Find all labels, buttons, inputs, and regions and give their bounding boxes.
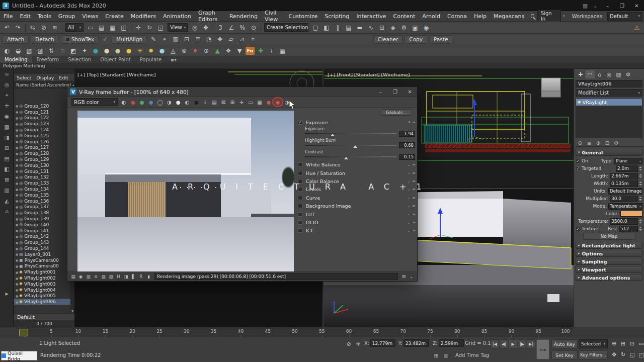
zoom-region-icon[interactable]: ▭ <box>637 339 644 348</box>
bind-to-spacewarp-icon[interactable]: ≋ <box>50 23 60 32</box>
toolbar3-tool-icon[interactable]: ⇅ <box>46 46 56 55</box>
res--checkbox[interactable]: ✓ <box>576 227 580 231</box>
collapse-chevron-icon[interactable]: ⌄ <box>407 212 410 216</box>
explorer-item-physcamera00[interactable]: ●▣PhysCamera00 <box>14 257 74 263</box>
showtex-checkbox[interactable] <box>65 37 70 42</box>
spinner-arrows[interactable] <box>638 226 642 232</box>
section-levels-checkbox[interactable] <box>298 187 302 192</box>
section-menu-icon[interactable]: ≡ <box>412 228 415 233</box>
section-menu-icon[interactable]: ≡ <box>412 179 415 184</box>
section-hue-saturation[interactable]: Hue / Saturation⌄≡ <box>298 169 415 176</box>
explorer-item-group_138[interactable]: ●◎Group_138 <box>14 210 74 216</box>
section-color-balance-checkbox[interactable] <box>298 179 302 184</box>
explorer-item-group_129[interactable]: ●◎Group_129 <box>14 156 74 162</box>
search-icon[interactable] <box>531 14 534 18</box>
explorer-column-header[interactable]: Name (Sorted Ascending)▴ <box>14 81 74 88</box>
slider-marker[interactable] <box>331 134 335 136</box>
play-button[interactable]: ▶ <box>509 339 517 348</box>
explorer-item-group_120[interactable]: ●◎Group_120 <box>14 103 74 109</box>
section-ocio-checkbox[interactable] <box>298 220 302 225</box>
explorer-item-group_143[interactable]: ●◎Group_143 <box>14 239 74 245</box>
orbit-icon[interactable]: ↻ <box>619 350 627 359</box>
curve-editor-icon[interactable]: ∿ <box>366 23 376 32</box>
rollout-sampling[interactable]: ▸Sampling <box>576 258 642 265</box>
section-lut-checkbox[interactable] <box>298 212 302 217</box>
remove-modifier-icon[interactable]: ⊟ <box>603 139 612 146</box>
visibility-dot-icon[interactable]: ● <box>16 110 18 114</box>
schematic-view-icon[interactable]: ⊞ <box>377 23 387 32</box>
slider-value[interactable]: 0.68 <box>399 142 415 148</box>
duplicate-buffer-icon[interactable]: ⊞ <box>228 98 237 106</box>
visibility-dot-icon[interactable]: ● <box>16 229 18 232</box>
toolbar2-tool-icon[interactable]: ▱ <box>226 35 236 44</box>
zoom-extents-icon[interactable]: ⊡ <box>628 339 636 348</box>
visibility-dot-icon[interactable]: ● <box>16 270 18 274</box>
ribbon-tab-object-paint[interactable]: Object Paint <box>96 56 135 63</box>
minimize-button[interactable]: – <box>600 0 615 11</box>
explorer-tool-icon[interactable]: ⊠ <box>0 174 14 185</box>
res--field[interactable]: 512 <box>619 226 638 232</box>
blue-channel-toggle[interactable]: ● <box>146 98 155 106</box>
visibility-dot-icon[interactable]: ● <box>16 146 18 149</box>
rollout-viewport[interactable]: ▸Viewport <box>576 266 642 273</box>
rollout-general[interactable]: ▾General <box>576 149 642 156</box>
help-menu-icon[interactable]: ▦ <box>580 0 590 11</box>
section-icc-checkbox[interactable] <box>298 228 302 233</box>
coordinate-input[interactable]: 2.599m <box>439 339 464 347</box>
visibility-dot-icon[interactable]: ● <box>16 277 18 280</box>
use-center-icon[interactable]: ◎ <box>190 23 200 32</box>
sign-in-arrow-icon[interactable]: ▾ <box>563 14 565 18</box>
slider-value[interactable]: -1.94 <box>399 131 415 137</box>
explorer-item-group_127[interactable]: ●◎Group_127 <box>14 145 74 151</box>
explorer-item-layer0_001[interactable]: ●▤Layer0_001 <box>14 251 74 257</box>
visibility-dot-icon[interactable]: ● <box>16 258 18 262</box>
toolbar2-tool-icon[interactable]: ⌗ <box>248 35 258 44</box>
vfb-close-button[interactable]: ✕ <box>403 86 417 98</box>
hierarchy-panel-tab[interactable]: ⌂ <box>595 70 604 78</box>
region-render-icon[interactable]: ▭ <box>246 98 255 106</box>
toolbar3-tool-icon[interactable]: ◐ <box>2 46 12 55</box>
explorer-tool-icon[interactable]: ✛ <box>0 101 14 111</box>
toolbar3-tool-icon[interactable]: ◩ <box>68 46 78 55</box>
menu-item-help[interactable]: Help <box>470 11 490 22</box>
white-level-icon[interactable]: ● <box>174 98 183 106</box>
section-white-balance[interactable]: White Balance⌄≡ <box>298 161 415 168</box>
tree-icon[interactable]: ▲ <box>212 46 222 55</box>
length--field[interactable]: 2.667m <box>610 173 638 179</box>
rollout-options[interactable]: ▸Options <box>576 250 642 257</box>
section-curve-checkbox[interactable] <box>298 196 302 200</box>
explorer-range-bar[interactable]: 0 / 100 <box>14 320 74 327</box>
vfb-minimize-button[interactable]: – <box>373 86 388 98</box>
go-to-start-button[interactable]: |◀ <box>491 339 499 348</box>
half-level-icon[interactable]: ◐ <box>183 98 192 106</box>
toolbar2-tool-icon[interactable]: ✎ <box>148 35 158 44</box>
vfb-expand-icon[interactable]: ⌄ <box>408 273 415 280</box>
menu-item-views[interactable]: Views <box>78 11 102 22</box>
visibility-dot-icon[interactable]: ● <box>16 217 18 221</box>
spinner-arrows[interactable] <box>638 218 642 225</box>
quixel-bridge-button[interactable]: Quixel Bridg <box>1 351 37 360</box>
select-object-icon[interactable]: ▭ <box>86 23 96 32</box>
layer-manager-icon[interactable]: ▤ <box>344 23 354 32</box>
exposure-section[interactable]: ✓Exposure▾≡ <box>298 119 415 126</box>
visibility-dot-icon[interactable]: ● <box>16 163 18 167</box>
section-color-balance[interactable]: Color Balance⌄≡ <box>298 178 415 185</box>
menu-item-create[interactable]: Create <box>102 11 127 22</box>
ribbon-tab-modeling[interactable]: Modeling <box>0 56 32 63</box>
spinner-arrows[interactable] <box>638 196 642 202</box>
section-hue-saturation-checkbox[interactable] <box>298 171 302 175</box>
pin-stack-icon[interactable]: ⊙ <box>576 139 585 146</box>
vfb-footer-tool-icon[interactable]: ◉ <box>77 273 85 280</box>
select-and-link-icon[interactable]: ⇆ <box>28 23 38 32</box>
visibility-dot-icon[interactable]: ● <box>16 193 18 197</box>
explorer-item-group_123[interactable]: ●◎Group_123 <box>14 121 74 127</box>
close-button[interactable]: ✕ <box>629 0 644 11</box>
material-sphere-icon[interactable]: ● <box>113 46 123 55</box>
select-and-scale-icon[interactable]: ◱ <box>155 23 166 32</box>
explorer-item-vraylight003[interactable]: ●✺VRayLight003 <box>14 281 74 287</box>
material-sphere-icon[interactable]: ● <box>124 46 134 55</box>
toolbar3-tool-icon[interactable]: ⊕ <box>201 46 211 55</box>
visibility-dot-icon[interactable]: ● <box>16 211 18 215</box>
workspace-dropdown[interactable]: Default▾ <box>607 12 642 21</box>
menu-item-edit[interactable]: Edit <box>16 11 34 22</box>
